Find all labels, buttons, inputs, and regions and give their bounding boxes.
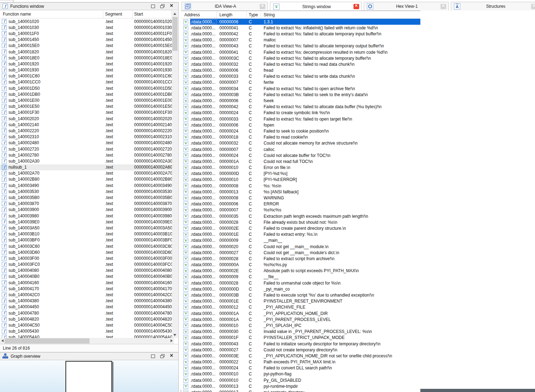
- tab-hex-view-1[interactable]: Hex View-1: [364, 2, 449, 11]
- string-row[interactable]: 's'.rdata:0000...00000007C%s%c%s: [182, 207, 420, 213]
- function-row[interactable]: fsub_140002720.text0000000140002720: [0, 146, 172, 152]
- float-window-icon[interactable]: [160, 354, 165, 358]
- function-row[interactable]: fsub_140001E50.text0000000140001E50: [0, 104, 172, 110]
- string-row[interactable]: 's'.rdata:0000...00000010Cpyi-python-fla…: [182, 371, 420, 377]
- string-row[interactable]: 's'.rdata:0000...00000013C%s [ANSI fallb…: [182, 189, 420, 195]
- function-row[interactable]: fsub_140003980.text0000000140003980: [0, 213, 172, 219]
- function-row[interactable]: fsub_140003FC0.text0000000140003FC0: [0, 262, 172, 268]
- string-row[interactable]: 's'.rdata:0000...00000027CCould not get …: [182, 250, 420, 256]
- function-row[interactable]: fsub_1400054A0.text00000001400054A0: [0, 334, 172, 338]
- function-row[interactable]: fsub_140004080.text0000000140004080: [0, 268, 172, 274]
- string-row[interactable]: 's'.rdata:0000...00000022CPath exceeds P…: [182, 359, 420, 365]
- string-row[interactable]: 's'.rdata:0000...00000006Cfread: [182, 68, 420, 74]
- function-row[interactable]: fnullsub_1.text0000000140002A60: [0, 164, 172, 170]
- function-row[interactable]: fsub_140004380.text0000000140004380: [0, 298, 172, 304]
- string-row[interactable]: 's'.rdata:0000...00000013Cpyi-runtime-tm…: [182, 383, 420, 389]
- string-row[interactable]: 's'.rdata:0000...00000007Cfwrite: [182, 80, 420, 86]
- string-row[interactable]: 's'.rdata:0000...00000024CFailed to conv…: [182, 365, 420, 371]
- string-row[interactable]: 's'.rdata:0000...0000001FCPYINSTALLER_ST…: [182, 335, 420, 341]
- string-row[interactable]: 's'.rdata:0000...00000020CCould not get …: [182, 244, 420, 250]
- graph-overview-canvas[interactable]: [0, 360, 178, 392]
- string-row[interactable]: 's'.rdata:0000...0000001ECFailed to extr…: [182, 232, 420, 238]
- function-row[interactable]: fsub_140004780.text0000000140004780: [0, 310, 172, 316]
- string-row[interactable]: 's'.rdata:0000...00000010CPy_GIL_DISABLE…: [182, 377, 420, 383]
- function-row[interactable]: fsub_140004170.text0000000140004170: [0, 286, 172, 292]
- string-row[interactable]: 's'.rdata:0000...0000002ECAbsolute path …: [182, 268, 420, 274]
- string-row[interactable]: 's'.rdata:0000...00000033CFailed to extr…: [182, 74, 420, 80]
- function-row[interactable]: fsub_1400039E0.text00000001400039E0: [0, 219, 172, 225]
- string-row[interactable]: 's'.rdata:0000...00000010C[PYI-%d:ERROR]: [182, 177, 420, 183]
- functions-vertical-scrollbar[interactable]: [172, 11, 178, 338]
- function-row[interactable]: fsub_140001820.text0000000140001820: [0, 49, 172, 55]
- tab-structures[interactable]: A Structures: [451, 2, 535, 11]
- function-row[interactable]: fsub_140001F30.text0000000140001F30: [0, 110, 172, 116]
- string-row[interactable]: 's'.rdata:0000...0000000AC%s%c%s.py: [182, 262, 420, 268]
- function-row[interactable]: fsub_140004820.text0000000140004820: [0, 316, 172, 322]
- function-row[interactable]: fsub_1400040B0.text00000001400040B0: [0, 274, 172, 280]
- function-row[interactable]: fsub_140003BF0.text0000000140003BF0: [0, 237, 172, 243]
- tab-close-icon[interactable]: [531, 4, 535, 9]
- functions-horizontal-scrollbar[interactable]: [0, 338, 174, 344]
- string-row[interactable]: 's'.rdata:0000...00000032CCould not allo…: [182, 140, 420, 146]
- function-row[interactable]: fsub_140003870.text0000000140003870: [0, 201, 172, 207]
- column-header-start[interactable]: Start: [133, 10, 172, 18]
- function-row[interactable]: fsub_140001C60.text0000000140001C60: [0, 73, 172, 79]
- string-row[interactable]: 's'.rdata:0000...00000032CFailed to extr…: [182, 61, 420, 67]
- column-header-function-name[interactable]: Function name: [0, 10, 103, 18]
- string-row[interactable]: 's'.rdata:0000...0000003EC_PYI_APPLICATI…: [182, 353, 420, 359]
- tab-close-icon[interactable]: [260, 4, 265, 9]
- function-row[interactable]: fsub_140003900.text0000000140003900: [0, 207, 172, 213]
- string-row[interactable]: 's'.rdata:0000...0000001ECPYINSTALLER_RE…: [182, 298, 420, 304]
- function-row[interactable]: fsub_140003A50.text0000000140003A50: [0, 225, 172, 231]
- function-row[interactable]: fsub_140002020.text0000000140002020: [0, 116, 172, 122]
- tab-strings-window[interactable]: 's' Strings window: [270, 2, 362, 11]
- string-row[interactable]: 's'.rdata:0000...00000009C__main__: [182, 238, 420, 244]
- string-row[interactable]: 's'.rdata:0000...00000042CFailed to extr…: [182, 104, 420, 110]
- function-row[interactable]: fsub_140002A30.text0000000140002A30: [0, 158, 172, 164]
- string-row[interactable]: 's'.rdata:0000...00000041CFailed to extr…: [182, 25, 420, 31]
- function-row[interactable]: fsub_140001450.text0000000140001450: [0, 37, 172, 43]
- function-row[interactable]: fsub_140003B10.text0000000140003B10: [0, 231, 172, 237]
- string-row[interactable]: 's'.rdata:0000...0000001AC_PYI_PARENT_PR…: [182, 316, 420, 322]
- function-row[interactable]: fsub_140003530.text0000000140003530: [0, 188, 172, 194]
- function-row[interactable]: fsub_140002310.text0000000140002310: [0, 134, 172, 140]
- string-row[interactable]: 's'.rdata:0000...00000024CCould not allo…: [182, 152, 420, 158]
- scrollbar-thumb[interactable]: [5, 338, 90, 344]
- function-row[interactable]: fsub_1400018E0.text00000001400018E0: [0, 55, 172, 61]
- function-row[interactable]: fsub_140003F00.text0000000140003F00: [0, 255, 172, 261]
- function-row[interactable]: fsub_140002A70.text0000000140002A70: [0, 170, 172, 176]
- scroll-left-icon[interactable]: [1, 339, 4, 342]
- string-row[interactable]: 's'.rdata:0000...00000028CFile already e…: [182, 219, 420, 225]
- tab-close-icon[interactable]: [441, 4, 446, 9]
- string-row[interactable]: 's'.rdata:0000...00000007Cmalloc: [182, 37, 420, 43]
- string-row[interactable]: 's'.rdata:0000...00000006Cfopen: [182, 122, 420, 128]
- function-row[interactable]: fsub_140005430.text0000000140005430: [0, 328, 172, 334]
- string-row[interactable]: 's'.rdata:0000...00000030CInvalid value …: [182, 329, 420, 335]
- string-row[interactable]: 's'.rdata:0000...00000028CFailed to extr…: [182, 256, 420, 262]
- string-row[interactable]: 's'.rdata:0000...0000003CCFailed to extr…: [182, 55, 420, 61]
- function-row[interactable]: fsub_140002140.text0000000140002140: [0, 122, 172, 128]
- column-header-string[interactable]: String: [261, 11, 420, 18]
- function-row[interactable]: fsub_140002B80.text0000000140002B80: [0, 176, 172, 182]
- scroll-right-icon[interactable]: [171, 339, 173, 342]
- function-row[interactable]: fsub_140002780.text0000000140002780: [0, 152, 172, 158]
- scroll-down-icon[interactable]: [173, 334, 176, 336]
- string-row[interactable]: 's'.rdata:0000...00000006CERROR: [182, 201, 420, 207]
- function-row[interactable]: fsub_1400042C0.text00000001400042C0: [0, 292, 172, 298]
- string-row[interactable]: 's'.rdata:0000...00000027CCould not crea…: [182, 347, 420, 353]
- string-row[interactable]: 's'.rdata:0000...0000002ECFailed to crea…: [182, 225, 420, 231]
- string-row[interactable]: 's'.rdata:0000...00000010CError on file.…: [182, 165, 420, 171]
- scroll-up-icon[interactable]: [173, 13, 176, 15]
- close-icon[interactable]: [170, 354, 174, 358]
- function-row[interactable]: fsub_140004C50.text0000000140004C50: [0, 322, 172, 328]
- column-header-segment[interactable]: Segment: [103, 10, 133, 18]
- string-row[interactable]: 's'.rdata:0000...00000024CFailed to seek…: [182, 128, 420, 134]
- function-row[interactable]: fsub_140001E00.text0000000140001E00: [0, 97, 172, 103]
- function-row[interactable]: fsub_140004450.text0000000140004450: [0, 304, 172, 310]
- string-row[interactable]: 's'.rdata:0000...0000003BCFailed to exec…: [182, 292, 420, 298]
- close-icon[interactable]: [170, 4, 174, 8]
- string-row[interactable]: 's'.rdata:0000...00000008CWARNING: [182, 195, 420, 201]
- column-header-type[interactable]: Type: [247, 11, 261, 18]
- string-row[interactable]: 's'.rdata:0000...00000009C__file__: [182, 274, 420, 280]
- scrollbar-thumb[interactable]: [172, 17, 178, 51]
